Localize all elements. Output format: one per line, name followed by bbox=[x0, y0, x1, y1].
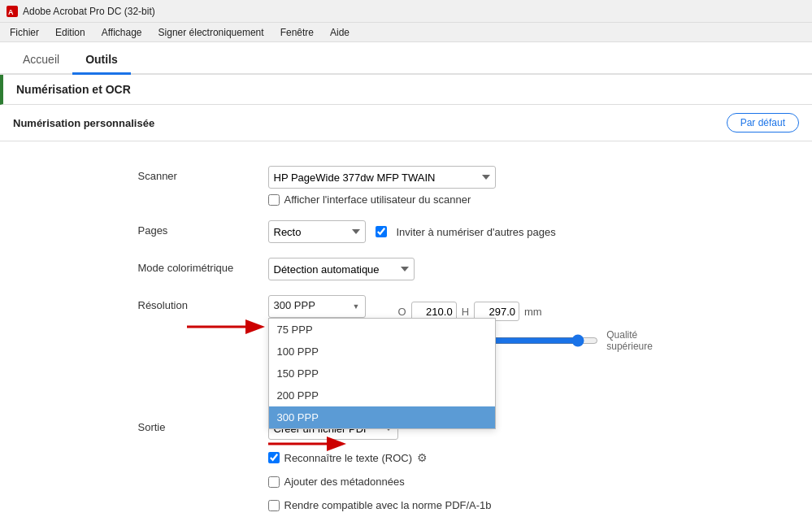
color-row: Mode colorimétrique Détection automatiqu… bbox=[138, 258, 675, 280]
sortie-row: Sortie Créer un fichier PDF Reconnaître … bbox=[138, 417, 675, 511]
main-content: Scanner HP PageWide 377dw MFP TWAIN Affi… bbox=[0, 141, 812, 530]
dim-unit: mm bbox=[524, 306, 542, 318]
menu-edition[interactable]: Edition bbox=[49, 25, 92, 40]
reconnaitre-checkbox[interactable] bbox=[268, 452, 280, 463]
scanner-ui-row: Afficher l'interface utilisateur du scan… bbox=[268, 193, 675, 206]
dim-o-label: O bbox=[398, 306, 406, 318]
res-option-300[interactable]: 300 PPP bbox=[269, 406, 495, 428]
color-select[interactable]: Détection automatique bbox=[268, 258, 415, 280]
acrobat-icon: A bbox=[7, 6, 18, 17]
res-option-75[interactable]: 75 PPP bbox=[269, 319, 495, 341]
invite-label[interactable]: Inviter à numériser d'autres pages bbox=[397, 226, 556, 238]
scanner-select[interactable]: HP PageWide 377dw MFP TWAIN bbox=[268, 166, 496, 189]
sub-header-label: Numérisation personnalisée bbox=[13, 117, 154, 129]
menu-bar: Fichier Edition Affichage Signer électro… bbox=[0, 23, 812, 42]
pages-row-content: Recto Inviter à numériser d'autres pages bbox=[268, 220, 675, 243]
section-header: Numérisation et OCR bbox=[0, 75, 812, 105]
ajouter-checkbox[interactable] bbox=[268, 476, 280, 488]
sortie-label: Sortie bbox=[138, 417, 268, 433]
scanner-ui-checkbox[interactable] bbox=[268, 194, 280, 206]
scanner-row: Scanner HP PageWide 377dw MFP TWAIN Affi… bbox=[138, 166, 675, 206]
pages-row: Pages Recto Inviter à numériser d'autres… bbox=[138, 220, 675, 243]
par-defaut-button[interactable]: Par défaut bbox=[727, 113, 799, 132]
pages-label: Pages bbox=[138, 220, 268, 237]
menu-signer[interactable]: Signer électroniquement bbox=[152, 25, 271, 40]
res-row-main: 300 PPP ▼ 75 PPP 100 PPP 150 PPP 200 PPP… bbox=[268, 295, 675, 352]
reconnaitre-label[interactable]: Reconnaître le texte (ROC) bbox=[284, 452, 413, 464]
tab-bar: Accueil Outils bbox=[0, 42, 812, 75]
slider-right-label: Qualité supérieure bbox=[606, 329, 674, 352]
dim-h-label: H bbox=[462, 306, 469, 318]
rendre-label[interactable]: Rendre compatible avec la norme PDF/A-1b bbox=[284, 499, 492, 511]
form-container: Scanner HP PageWide 377dw MFP TWAIN Affi… bbox=[122, 166, 691, 530]
color-label: Mode colorimétrique bbox=[138, 258, 268, 274]
color-control: Détection automatique bbox=[268, 258, 675, 280]
reconnaitre-row: Reconnaître le texte (ROC) ⚙ bbox=[268, 451, 675, 464]
resolution-dropdown-open: 75 PPP 100 PPP 150 PPP 200 PPP 300 PPP bbox=[268, 318, 496, 429]
resolution-label: Résolution bbox=[138, 295, 268, 311]
rendre-row: Rendre compatible avec la norme PDF/A-1b bbox=[268, 499, 675, 511]
pages-select[interactable]: Recto bbox=[268, 220, 366, 243]
title-bar: A Adobe Acrobat Pro DC (32-bit) bbox=[0, 0, 812, 23]
scanner-label: Scanner bbox=[138, 166, 268, 182]
tab-outils[interactable]: Outils bbox=[72, 46, 131, 75]
res-option-100[interactable]: 100 PPP bbox=[269, 341, 495, 363]
res-option-200[interactable]: 200 PPP bbox=[269, 384, 495, 406]
resolution-dropdown-container: 300 PPP ▼ 75 PPP 100 PPP 150 PPP 200 PPP… bbox=[268, 295, 366, 318]
gear-icon[interactable]: ⚙ bbox=[417, 451, 428, 464]
scanner-ui-label[interactable]: Afficher l'interface utilisateur du scan… bbox=[284, 193, 471, 206]
rendre-checkbox[interactable] bbox=[268, 500, 280, 511]
menu-aide[interactable]: Aide bbox=[323, 25, 356, 40]
res-option-150[interactable]: 150 PPP bbox=[269, 363, 495, 384]
menu-fichier[interactable]: Fichier bbox=[3, 25, 46, 40]
ajouter-row: Ajouter des métadonnées bbox=[268, 476, 675, 488]
sortie-control: Créer un fichier PDF Reconnaître le text… bbox=[268, 417, 675, 511]
resolution-select-trigger[interactable]: 300 PPP ▼ bbox=[268, 295, 366, 318]
ajouter-label[interactable]: Ajouter des métadonnées bbox=[284, 476, 405, 488]
menu-affichage[interactable]: Affichage bbox=[95, 25, 149, 40]
title-bar-text: Adobe Acrobat Pro DC (32-bit) bbox=[23, 6, 155, 17]
svg-text:A: A bbox=[8, 8, 14, 16]
res-caret-icon: ▼ bbox=[353, 302, 360, 311]
invite-checkbox[interactable] bbox=[376, 226, 387, 237]
scanner-control: HP PageWide 377dw MFP TWAIN Afficher l'i… bbox=[268, 166, 675, 206]
menu-fenetre[interactable]: Fenêtre bbox=[274, 25, 320, 40]
pages-control: Recto Inviter à numériser d'autres pages bbox=[268, 220, 675, 243]
resolution-row: Résolution 300 PPP ▼ 75 PPP bbox=[138, 295, 675, 352]
sub-header: Numérisation personnalisée Par défaut bbox=[0, 105, 812, 141]
tab-accueil[interactable]: Accueil bbox=[10, 46, 72, 75]
resolution-control: 300 PPP ▼ 75 PPP 100 PPP 150 PPP 200 PPP… bbox=[268, 295, 675, 352]
